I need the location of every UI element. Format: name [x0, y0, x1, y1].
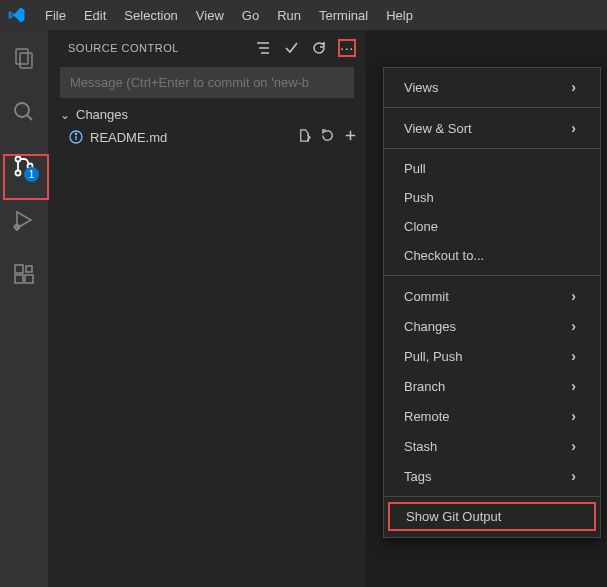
- svg-point-4: [16, 157, 21, 162]
- ctx-commit[interactable]: Commit›: [384, 281, 600, 311]
- svg-point-5: [16, 171, 21, 176]
- explorer-icon[interactable]: [0, 38, 48, 78]
- title-bar: File Edit Selection View Go Run Terminal…: [0, 0, 607, 30]
- svg-rect-8: [15, 265, 23, 273]
- svg-rect-0: [16, 49, 28, 64]
- changed-file-row[interactable]: README.md: [48, 125, 366, 149]
- chevron-right-icon: ›: [571, 348, 576, 364]
- separator: [384, 107, 600, 108]
- ctx-label: Tags: [404, 469, 431, 484]
- open-file-icon[interactable]: [297, 128, 312, 146]
- ctx-remote[interactable]: Remote›: [384, 401, 600, 431]
- ctx-pull-push[interactable]: Pull, Push›: [384, 341, 600, 371]
- separator: [384, 148, 600, 149]
- ctx-label: Pull, Push: [404, 349, 463, 364]
- chevron-right-icon: ›: [571, 378, 576, 394]
- menu-edit[interactable]: Edit: [75, 4, 115, 27]
- ctx-stash[interactable]: Stash›: [384, 431, 600, 461]
- refresh-icon[interactable]: [310, 39, 328, 57]
- scm-context-menu: Views› View & Sort› Pull Push Clone Chec…: [383, 67, 601, 538]
- chevron-right-icon: ›: [571, 408, 576, 424]
- ctx-show-git-output[interactable]: Show Git Output: [388, 502, 596, 531]
- ctx-label: Branch: [404, 379, 445, 394]
- ctx-label: Changes: [404, 319, 456, 334]
- source-control-icon[interactable]: 1: [0, 146, 48, 186]
- menu-terminal[interactable]: Terminal: [310, 4, 377, 27]
- source-control-panel: Source Control ··· ⌄ Changes README.md: [48, 30, 366, 587]
- separator: [384, 496, 600, 497]
- menu-go[interactable]: Go: [233, 4, 268, 27]
- changes-section[interactable]: ⌄ Changes: [48, 104, 366, 125]
- chevron-right-icon: ›: [571, 79, 576, 95]
- scm-badge: 1: [24, 167, 39, 182]
- separator: [384, 275, 600, 276]
- menu-help[interactable]: Help: [377, 4, 422, 27]
- ctx-label: Pull: [404, 161, 426, 176]
- svg-point-2: [15, 103, 29, 117]
- panel-title: Source Control: [68, 42, 248, 54]
- view-tree-icon[interactable]: [254, 39, 272, 57]
- ctx-label: Push: [404, 190, 434, 205]
- ctx-label: Clone: [404, 219, 438, 234]
- menu-file[interactable]: File: [36, 4, 75, 27]
- ctx-pull[interactable]: Pull: [384, 154, 600, 183]
- chevron-right-icon: ›: [571, 288, 576, 304]
- search-icon[interactable]: [0, 92, 48, 132]
- panel-header: Source Control ···: [48, 30, 366, 65]
- ctx-push[interactable]: Push: [384, 183, 600, 212]
- chevron-right-icon: ›: [571, 120, 576, 136]
- panel-actions: ···: [254, 39, 356, 57]
- menu-run[interactable]: Run: [268, 4, 310, 27]
- svg-line-3: [27, 115, 32, 120]
- menu-view[interactable]: View: [187, 4, 233, 27]
- discard-icon[interactable]: [320, 128, 335, 146]
- svg-rect-10: [25, 275, 33, 283]
- chevron-right-icon: ›: [571, 468, 576, 484]
- menu-bar: File Edit Selection View Go Run Terminal…: [36, 4, 422, 27]
- vscode-logo-icon: [8, 6, 26, 24]
- chevron-right-icon: ›: [571, 438, 576, 454]
- changes-label: Changes: [76, 107, 358, 122]
- activity-bar: 1: [0, 30, 48, 587]
- chevron-down-icon: ⌄: [60, 108, 70, 122]
- extensions-icon[interactable]: [0, 254, 48, 294]
- ctx-label: Checkout to...: [404, 248, 484, 263]
- stage-plus-icon[interactable]: [343, 128, 358, 146]
- file-actions: [297, 128, 358, 146]
- ctx-label: Show Git Output: [406, 509, 501, 524]
- chevron-right-icon: ›: [571, 318, 576, 334]
- ctx-branch[interactable]: Branch›: [384, 371, 600, 401]
- ctx-clone[interactable]: Clone: [384, 212, 600, 241]
- ctx-label: View & Sort: [404, 121, 472, 136]
- commit-icon[interactable]: [282, 39, 300, 57]
- ctx-label: Commit: [404, 289, 449, 304]
- commit-message-input[interactable]: [60, 67, 354, 98]
- more-actions-icon[interactable]: ···: [338, 39, 356, 57]
- run-debug-icon[interactable]: [0, 200, 48, 240]
- ctx-views[interactable]: Views›: [384, 72, 600, 102]
- menu-selection[interactable]: Selection: [115, 4, 186, 27]
- ctx-view-sort[interactable]: View & Sort›: [384, 113, 600, 143]
- file-info-icon: [68, 129, 84, 145]
- svg-rect-9: [15, 275, 23, 283]
- file-name: README.md: [90, 130, 291, 145]
- ctx-label: Remote: [404, 409, 450, 424]
- ctx-checkout[interactable]: Checkout to...: [384, 241, 600, 270]
- ctx-tags[interactable]: Tags›: [384, 461, 600, 491]
- svg-point-14: [75, 133, 76, 134]
- ctx-changes[interactable]: Changes›: [384, 311, 600, 341]
- svg-rect-1: [20, 53, 32, 68]
- ctx-label: Stash: [404, 439, 437, 454]
- svg-rect-11: [26, 266, 32, 272]
- ctx-label: Views: [404, 80, 438, 95]
